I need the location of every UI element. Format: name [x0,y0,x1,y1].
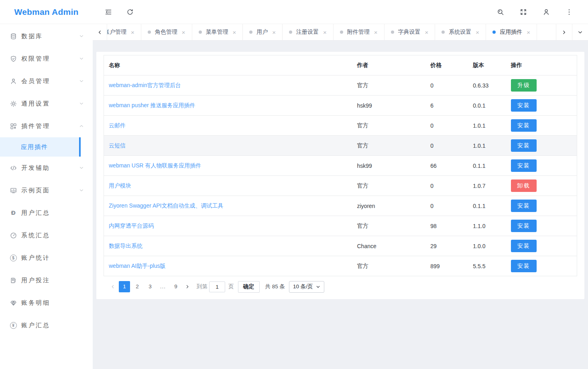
table-row: 云短信 官方 0 1.0.1 安装 [104,136,577,156]
tab-close-icon[interactable]: × [425,29,429,35]
prev-page-button[interactable] [108,281,118,292]
chevron-down-icon [79,101,84,106]
user-button[interactable] [543,8,550,16]
tab[interactable]: 附件管理 × [334,24,385,40]
sidebar-item[interactable]: 用户投注 [0,269,93,292]
tab-label: 角色管理 [155,29,177,36]
sidebar-item[interactable]: 权限管理 [0,47,93,70]
tab-close-icon[interactable]: × [476,29,479,35]
plugin-author: hsk99 [352,156,425,176]
action-button[interactable]: 安装 [511,220,537,232]
tab-label: 账户管理 [107,29,126,36]
page-jump-input[interactable] [209,281,225,292]
plugin-name-link[interactable]: 云邮件 [109,122,126,128]
sidebar-subitem[interactable]: 应用插件 [0,137,81,157]
tab-close-icon[interactable]: × [182,29,185,35]
tab-dot [199,31,202,34]
action-button[interactable]: 安装 [511,159,537,172]
chevron-right-icon [562,30,567,35]
tab[interactable]: 账户管理 × [107,24,141,40]
tab[interactable]: 用户 × [243,24,283,40]
refresh-button[interactable] [126,8,134,16]
tab-scroll-right-button[interactable] [556,24,572,40]
page-number[interactable]: 2 [132,281,143,292]
sidebar-item[interactable]: 数据库 [0,25,93,47]
chevron-down-icon [79,79,84,84]
tab-label: 应用插件 [500,29,522,36]
action-button[interactable]: 安装 [511,99,537,112]
plugin-table-card: 名称作者价格版本操作 webman-admin官方管理后台 官方 0 0.6.3… [96,52,584,299]
sidebar-item[interactable]: ¥ 账户汇总 [0,314,93,336]
tab[interactable]: 系统设置 × [435,24,486,40]
sidebar-item[interactable]: 会员管理 [0,70,93,92]
tab-close-icon[interactable]: × [131,29,134,35]
plugin-version: 1.0.1 [468,116,506,136]
table-row: 内网穿透平台源码 官方 98 1.1.0 安装 [104,216,577,236]
tab[interactable]: 字典设置 × [385,24,435,40]
next-page-button[interactable] [182,281,193,292]
page-number[interactable]: 3 [144,281,156,292]
plugin-name-link[interactable]: webman pusher 推送服务应用插件 [109,102,195,108]
tab-menu-button[interactable] [572,24,588,40]
action-button[interactable]: 安装 [511,139,537,152]
plugin-name-link[interactable]: webman AI助手-plus版 [109,263,166,269]
more-button[interactable] [566,8,573,16]
action-button[interactable]: 安装 [511,119,537,132]
sidebar-item[interactable]: 插件管理 [0,115,93,137]
shield-check-icon [10,55,17,62]
plugin-name-link[interactable]: webman-admin官方管理后台 [109,82,181,88]
sidebar-item[interactable]: 示例页面 [0,179,93,202]
plugin-author: 官方 [352,256,425,276]
tab[interactable]: 角色管理 × [141,24,192,40]
action-button[interactable]: 安装 [511,240,537,252]
tab-label: 字典设置 [398,29,421,36]
plugin-table: 名称作者价格版本操作 webman-admin官方管理后台 官方 0 0.6.3… [104,55,577,276]
page-number[interactable]: 9 [170,281,181,292]
sidebar-item[interactable]: 开发辅助 [0,157,93,179]
plugin-price: 899 [425,256,468,276]
plugin-name-link[interactable]: webman USR 有人物联服务应用插件 [109,162,201,169]
page-ellipsis: ... [157,281,169,292]
confirm-button[interactable]: 确定 [238,281,260,293]
plugin-price: 6 [425,96,468,116]
fullscreen-button[interactable] [520,8,527,16]
tab[interactable]: 注册设置 × [283,24,334,40]
action-button[interactable]: 升级 [511,79,537,92]
tab-dot [249,31,252,34]
table-row: 数据导出系统 Chance 29 1.0.0 安装 [104,236,577,256]
plugin-name-link[interactable]: 云短信 [109,142,126,149]
plugin-name-link[interactable]: 数据导出系统 [109,243,142,249]
per-page-select[interactable]: 10 条/页 [289,281,324,293]
sidebar-item[interactable]: 系统汇总 [0,224,93,247]
tab-dot [148,31,151,34]
plugin-name-link[interactable]: 用户模块 [109,182,131,189]
tab-scroll-left-button[interactable] [93,24,107,40]
search-button[interactable] [497,8,504,16]
sidebar-item[interactable]: 通用设置 [0,92,93,115]
pagination: 123...9 到第 页 确定 共 85 条 10 条/页 [104,276,577,297]
tab[interactable]: 菜单管理 × [192,24,243,40]
plugin-name-link[interactable]: Ziyoren Swagger API文档自动生成、调试工具 [109,202,224,209]
plugin-name-link[interactable]: 内网穿透平台源码 [109,222,154,229]
plugin-version: 1.0.0 [468,236,506,256]
tab-close-icon[interactable]: × [527,29,530,35]
tab-label: 菜单管理 [206,29,228,36]
collapse-sidebar-button[interactable] [105,8,112,16]
action-button[interactable]: 安装 [511,200,537,212]
page-list: 123...9 [118,281,182,292]
tab-close-icon[interactable]: × [233,29,236,35]
action-button[interactable]: 卸载 [511,179,537,192]
action-button[interactable]: 安装 [511,260,537,272]
chevron-down-icon [578,30,583,35]
page-number[interactable]: 1 [119,281,130,292]
sidebar-item[interactable]: 账务明细 [0,292,93,314]
tab-label: 用户 [256,29,268,36]
tab[interactable]: 应用插件 × [486,24,537,40]
sidebar-item[interactable]: $ 账户统计 [0,247,93,269]
tab-dot [289,31,292,34]
tab-close-icon[interactable]: × [272,29,276,35]
tab-close-icon[interactable]: × [323,29,327,35]
chevron-left-icon [110,284,115,289]
tab-close-icon[interactable]: × [374,29,378,35]
sidebar-item[interactable]: Ð 用户汇总 [0,202,93,224]
